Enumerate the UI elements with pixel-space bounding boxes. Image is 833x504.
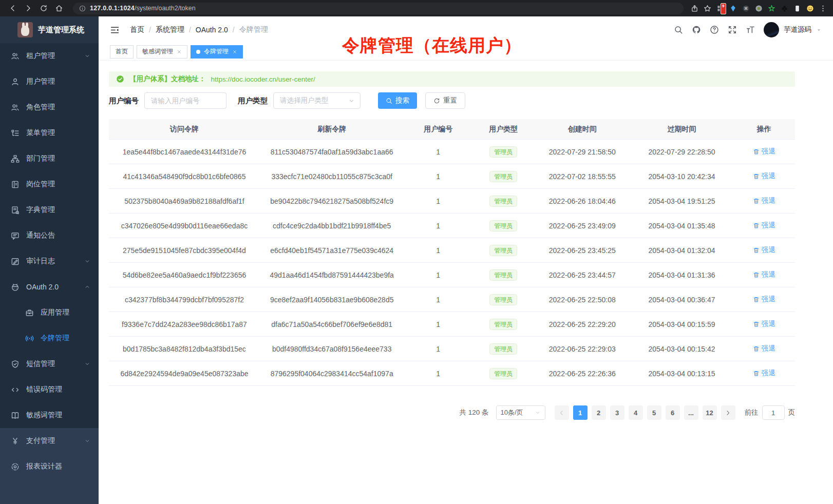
close-icon[interactable] — [177, 49, 182, 54]
sidebar-item-user[interactable]: 用户管理 — [0, 69, 99, 94]
sidebar-item-audit-log[interactable]: 审计日志 — [0, 248, 99, 274]
font-size-icon[interactable] — [746, 25, 755, 34]
username[interactable]: 芋道源码 — [784, 25, 811, 34]
user-avatar[interactable] — [764, 22, 779, 37]
force-logout-button[interactable]: 强退 — [753, 344, 775, 353]
caret-down-icon[interactable] — [816, 27, 822, 33]
force-logout-button[interactable]: 强退 — [753, 221, 775, 230]
cmd-circle-extension-icon[interactable]: ⌘ — [742, 5, 750, 12]
force-logout-button[interactable]: 强退 — [753, 369, 775, 378]
sidebar-item-tenant[interactable]: 租户管理 — [0, 43, 99, 69]
panel-extension-icon[interactable] — [793, 5, 801, 12]
action-cell: 强退 — [733, 245, 795, 255]
force-logout-button[interactable]: 强退 — [753, 196, 775, 205]
club-extension-icon[interactable] — [781, 5, 788, 12]
user-id-input[interactable] — [144, 92, 226, 109]
sidebar-item-sensitive-word[interactable]: 敏感词管理 — [0, 402, 99, 428]
page-button[interactable]: 2 — [592, 405, 606, 420]
page-button[interactable]: 3 — [610, 405, 624, 420]
dot-circle-extension-icon[interactable] — [755, 5, 763, 12]
sidebar-item-report[interactable]: 报表设计器 — [0, 454, 99, 479]
sidebar-item-role[interactable]: 角色管理 — [0, 94, 99, 120]
tab-令牌管理[interactable]: 令牌管理 — [191, 45, 243, 59]
fullscreen-icon[interactable] — [728, 25, 737, 34]
sidebar-item-label: 敏感词管理 — [26, 411, 90, 420]
page-button[interactable]: 5 — [647, 405, 661, 420]
arrow-left-icon[interactable] — [6, 2, 20, 15]
dots-v-icon[interactable] — [819, 5, 827, 12]
prev-page-button[interactable] — [555, 405, 569, 420]
page-button[interactable]: 1 — [573, 405, 588, 420]
org-chart-icon — [11, 154, 20, 163]
sidebar-item-label: 租户管理 — [26, 51, 84, 61]
more-pages-button[interactable]: ... — [684, 405, 698, 420]
sidebar-item-pay[interactable]: 支付管理 — [0, 428, 99, 454]
tab-敏感词管理[interactable]: 敏感词管理 — [137, 45, 187, 59]
main-area: 首页/系统管理/OAuth 2.0/令牌管理 芋道源码 首页敏感词管理令牌管理 … — [99, 16, 833, 504]
page-button[interactable]: 6 — [666, 405, 680, 420]
page-size-select[interactable]: 10条/页 — [496, 405, 545, 420]
action-cell: 强退 — [733, 344, 795, 354]
search-button-label: 搜索 — [395, 96, 409, 105]
gem-extension-icon[interactable] — [729, 5, 737, 12]
force-logout-button[interactable]: 强退 — [753, 245, 775, 255]
action-cell: 强退 — [733, 295, 795, 304]
page-button[interactable]: 12 — [703, 405, 717, 420]
sidebar-item-menu[interactable]: 菜单管理 — [0, 120, 99, 146]
search-button[interactable]: 搜索 — [378, 92, 417, 109]
green-star-extension-icon[interactable] — [768, 5, 775, 12]
breadcrumb-separator: / — [233, 26, 235, 34]
github-icon[interactable] — [692, 25, 701, 34]
user-type-cell: 管理员 — [472, 146, 534, 158]
emoji-extension-icon[interactable] — [806, 5, 814, 12]
ext-grid-extension-icon[interactable]: 9 — [716, 5, 724, 12]
force-logout-button[interactable]: 强退 — [753, 147, 775, 156]
force-logout-button[interactable]: 强退 — [753, 171, 775, 181]
column-header: 用户编号 — [404, 125, 472, 134]
alert-doc-link[interactable]: https://doc.iocoder.cn/user-center/ — [211, 75, 315, 83]
user-id-cell: 1 — [404, 197, 472, 205]
search-icon[interactable] — [674, 25, 683, 34]
share-icon[interactable] — [691, 5, 698, 12]
sidebar-item-post[interactable]: 岗位管理 — [0, 171, 99, 197]
arrow-right-icon[interactable] — [22, 2, 35, 15]
force-logout-button[interactable]: 强退 — [753, 295, 775, 304]
address-bar[interactable]: 127.0.0.1:1024/system/oauth2/token — [73, 3, 684, 14]
tab-首页[interactable]: 首页 — [110, 45, 134, 59]
close-icon[interactable] — [232, 49, 237, 54]
force-logout-button[interactable]: 强退 — [753, 319, 775, 328]
sidebar-item-oauth2[interactable]: OAuth 2.0 — [0, 274, 99, 300]
page-button[interactable]: 4 — [629, 405, 643, 420]
site-info-icon[interactable] — [79, 5, 86, 12]
sidebar-item-notice[interactable]: 通知公告 — [0, 223, 99, 248]
reset-button[interactable]: 重置 — [425, 92, 465, 109]
app-title: 芋道管理系统 — [38, 25, 84, 35]
sidebar-item-sms[interactable]: 短信管理 — [0, 351, 99, 377]
star-icon[interactable] — [704, 5, 711, 12]
sidebar-item-label: 通知公告 — [26, 231, 90, 240]
force-logout-button[interactable]: 强退 — [753, 270, 775, 279]
reload-icon[interactable] — [37, 2, 50, 15]
sidebar-item-oauth2-token[interactable]: 令牌管理 — [0, 325, 99, 351]
help-icon[interactable] — [710, 25, 719, 34]
sidebar-collapse-icon[interactable] — [110, 25, 120, 35]
browser-actions: 9⌘ — [691, 5, 827, 12]
force-logout-label: 强退 — [762, 270, 775, 279]
home-icon[interactable] — [52, 2, 66, 15]
next-page-button[interactable] — [721, 405, 735, 420]
breadcrumb-item[interactable]: OAuth 2.0 — [196, 26, 228, 34]
user-type-select[interactable]: 请选择用户类型 — [273, 92, 361, 109]
breadcrumb-item[interactable]: 系统管理 — [156, 25, 184, 34]
trash-icon — [753, 148, 760, 155]
trash-icon — [753, 345, 760, 352]
sidebar-item-oauth2-app[interactable]: 应用管理 — [0, 300, 99, 325]
action-cell: 强退 — [733, 171, 795, 181]
sidebar-item-dict[interactable]: 字典管理 — [0, 197, 99, 223]
created-time-cell: 2022-06-25 22:29:03 — [534, 345, 630, 353]
refresh-token-cell: 9ce8ef2aa9f14056b831ae9b608e28d5 — [260, 296, 404, 304]
app-logo[interactable]: 芋道管理系统 — [0, 16, 99, 43]
goto-page-input[interactable] — [762, 405, 785, 420]
breadcrumb-item[interactable]: 首页 — [130, 25, 144, 34]
sidebar-item-dept[interactable]: 部门管理 — [0, 146, 99, 171]
sidebar-item-error-code[interactable]: 错误码管理 — [0, 377, 99, 402]
